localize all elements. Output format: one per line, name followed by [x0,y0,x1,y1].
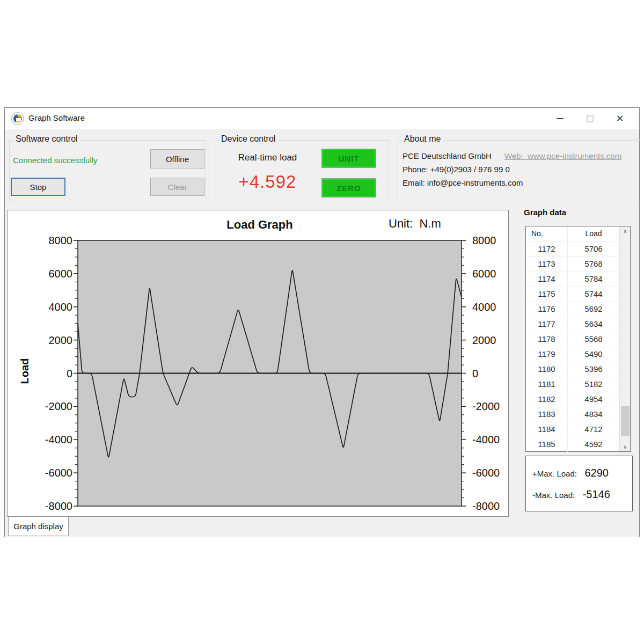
table-row[interactable]: 11805396 [526,362,619,377]
table-row[interactable]: 11725706 [526,242,619,257]
close-button[interactable]: ✕ [605,108,635,129]
y-axis-tick-label: 0 [30,368,72,379]
y-axis-tick-label: 8000 [472,235,515,246]
table-row[interactable]: 11755744 [526,287,619,302]
table-row[interactable]: 11844712 [526,422,619,437]
table-row[interactable]: 11854592 [526,437,619,452]
table-scrollbar[interactable]: ∧ ∨ [619,226,630,451]
y-axis-tick-label: -8000 [30,500,72,512]
table-row[interactable]: 11834834 [526,407,619,422]
y-axis-tick-label: -8000 [472,500,515,512]
table-header: No. Load [526,226,619,242]
stop-button[interactable]: Stop [11,178,65,196]
web-url: www.pce-instruments.com [528,151,621,160]
graph-data-label: Graph data [524,208,566,217]
y-axis-tick-label: -2000 [472,400,515,412]
column-header-load: Load [568,229,619,238]
table-row[interactable]: 11815182 [526,377,619,392]
chart-unit-label: Unit: N.m [389,217,441,231]
cell-no: 1177 [526,319,567,328]
cell-load: 5744 [568,289,619,298]
cell-no: 1172 [526,244,567,253]
max-negative-label: -Max. Load: [532,491,575,500]
cell-load: 5768 [568,259,619,268]
max-load-box: +Max. Load: 6290 -Max. Load: -5146 [525,456,633,511]
graph-data-table: No. Load 1172570611735768117457841175574… [525,226,631,452]
page: Graph Software ✕ Software control Connec… [0,0,644,644]
table-row[interactable]: 11824954 [526,392,619,407]
window-controls: ✕ [545,108,635,129]
y-axis-tick-label: 4000 [472,301,515,313]
cell-no: 1173 [526,259,567,268]
table-row[interactable]: 11735768 [526,257,619,272]
y-axis-tick-label: 6000 [30,268,72,280]
software-control-legend: Software control [13,134,80,144]
y-axis-tick-label: 2000 [472,334,515,346]
y-axis-tick-label: 6000 [472,268,515,280]
minimize-button[interactable] [545,108,575,129]
cell-load: 4592 [568,440,619,449]
cell-no: 1174 [526,274,567,283]
title-bar: Graph Software ✕ [5,108,639,129]
scrollbar-thumb[interactable] [621,406,630,436]
y-axis-tick-label: -4000 [472,434,515,445]
cell-no: 1184 [526,425,567,434]
table-row[interactable]: 11795490 [526,347,619,362]
graph-panel: Load Graph Unit: N.m Load 80008000600060… [7,210,509,517]
cell-no: 1179 [526,349,567,358]
cell-load: 5784 [568,274,619,283]
table-row[interactable]: 11765692 [526,302,619,317]
about-legend: About me [401,134,443,144]
cell-load: 4834 [568,409,619,419]
clear-button[interactable]: Clear [150,178,204,196]
cell-load: 5568 [568,334,619,343]
y-axis-tick-label: -2000 [30,400,72,412]
cell-no: 1180 [526,364,567,374]
cell-load: 5182 [568,379,619,389]
cell-load: 5490 [568,349,619,358]
tab-strip: Graph display [5,517,639,537]
table-row[interactable]: 11745784 [526,272,619,287]
cell-load: 5706 [568,244,619,253]
max-negative-row: -Max. Load: -5146 [532,488,610,501]
y-axis-tick-label: -6000 [472,467,515,479]
y-axis-tick-label: 8000 [30,235,72,246]
tab-graph-display[interactable]: Graph display [8,517,69,536]
y-axis-tick-label: 2000 [30,334,72,346]
company-name: PCE Deutschland GmbH [402,151,492,160]
y-axis-tick-label: -4000 [30,434,72,445]
about-group: About me PCE Deutschland GmbH Web: www.p… [398,140,640,201]
cell-no: 1178 [526,334,567,343]
app-window: Graph Software ✕ Software control Connec… [4,107,640,537]
table-row[interactable]: 11775634 [526,317,619,332]
app-icon [11,112,24,125]
y-axis-tick-label: -6000 [30,467,72,479]
cell-load: 4954 [568,394,619,404]
software-control-group: Software control Connected successfully … [9,140,206,201]
website-link[interactable]: Web: www.pce-instruments.com [504,151,621,160]
table-body: 1172570611735768117457841175574411765692… [526,242,619,452]
cell-load: 5396 [568,364,619,374]
cell-no: 1182 [526,394,567,404]
zero-button[interactable]: ZERO [321,178,376,197]
cell-no: 1185 [526,440,567,449]
max-positive-label: +Max. Load: [532,469,577,478]
scroll-down-button[interactable]: ∨ [620,442,631,451]
web-label: Web: [504,151,523,160]
chart-title: Load Graph [185,218,335,232]
y-axis-tick-label: 4000 [30,301,72,313]
realtime-load-label: Real-time load [231,152,304,163]
email-line: Email: info@pce-instruments.com [402,178,523,187]
offline-button[interactable]: Offline [150,149,204,169]
maximize-icon [587,115,594,122]
table-row[interactable]: 11785568 [526,332,619,347]
column-header-no: No. [531,229,543,238]
max-negative-value: -5146 [583,488,610,500]
device-control-legend: Device control [218,134,278,144]
max-positive-row: +Max. Load: 6290 [532,467,609,479]
y-axis-tick-label: 0 [472,368,515,379]
scroll-up-button[interactable]: ∧ [620,226,631,236]
maximize-button[interactable] [575,108,605,129]
unit-button[interactable]: UNIT [321,149,376,168]
window-title: Graph Software [28,113,85,122]
